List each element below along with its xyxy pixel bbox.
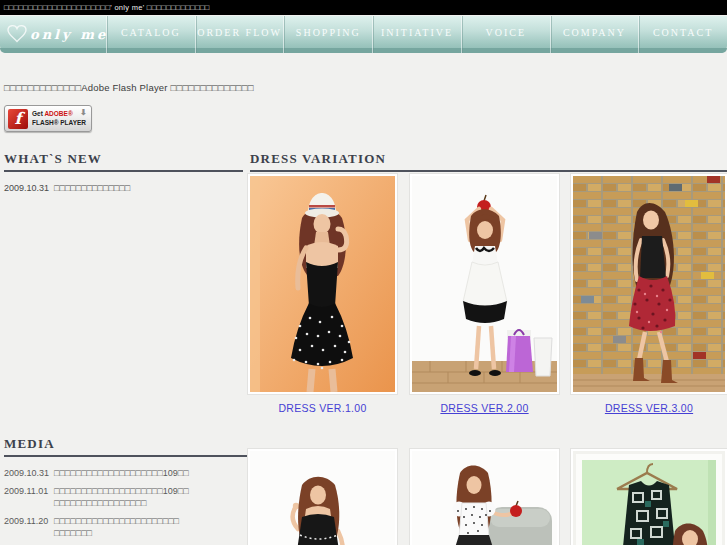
dress-photo-bottom-3[interactable]	[571, 449, 727, 545]
topbar-announcement: □□□□□□□□□□□□□□□□□□□□□□' only me' □□□□□□□…	[0, 0, 727, 15]
flash-required-message: □□□□□□□□□□□□□Adobe Flash Player □□□□□□□□…	[4, 82, 254, 93]
flash-button-line2: FLASH® PLAYER	[32, 119, 86, 128]
media-entry: 2009.11.01 □□□□□□□□□□□□□□□□□□□□109□□ □□□…	[4, 485, 247, 510]
media-text-line: □□□□□□□□□□□□□□□□□	[54, 497, 247, 510]
dress-ver1-image	[250, 176, 395, 392]
logo-only-me[interactable]: only me	[0, 16, 106, 53]
dress-photo-bottom-2[interactable]	[410, 449, 559, 545]
media-text: □□□□□□□□□□□□□□□□□□□□□□□ □□□□□□□	[54, 515, 247, 540]
nav-item-order-flow[interactable]: ORDER FLOW	[195, 16, 284, 53]
media-text-line: □□□□□□□	[54, 527, 247, 540]
media-date: 2009.11.20	[4, 515, 54, 540]
flash-button-brand: ADOBE®	[44, 110, 72, 117]
download-arrow-icon: ⬇	[80, 108, 87, 117]
media-entry: 2009.11.20 □□□□□□□□□□□□□□□□□□□□□□□ □□□□□…	[4, 515, 247, 540]
media-text-line: □□□□□□□□□□□□□□□□□□□□□□□	[54, 515, 247, 528]
dress-ver3-link[interactable]: DRESS VER.3.00	[571, 402, 727, 414]
flash-logo-icon: f	[8, 109, 28, 129]
dress-bottom1-image	[250, 451, 395, 545]
dress-bottom3-image	[573, 451, 725, 545]
media-date: 2009.10.31	[4, 467, 54, 480]
dress-variation-section: DRESS VARIATION	[250, 151, 727, 172]
nav-item-initiative[interactable]: INITIATIVE	[372, 16, 461, 53]
media-text-line: □□□□□□□□□□□□□□□□□□□□109□□	[54, 467, 247, 480]
dress-photo-bottom-1[interactable]	[248, 449, 397, 545]
media-date: 2009.11.01	[4, 485, 54, 510]
dress-ver2-link[interactable]: DRESS VER.2.00	[410, 402, 559, 414]
media-entry: 2009.10.31 □□□□□□□□□□□□□□□□□□□□109□□	[4, 467, 247, 480]
main-nav: only me CATALOG ORDER FLOW SHOPPING INIT…	[0, 16, 727, 53]
dress-bottom2-image	[412, 451, 557, 545]
media-section: MEDIA 2009.10.31 □□□□□□□□□□□□□□□□□□□□109…	[4, 436, 247, 545]
dress-variation-title: DRESS VARIATION	[250, 151, 727, 172]
dress-ver1-link[interactable]: DRESS VER.1.00	[248, 402, 397, 414]
nav-item-catalog[interactable]: CATALOG	[106, 16, 195, 53]
nav-item-contact[interactable]: CONTACT	[638, 16, 727, 53]
dress-ver3-image	[573, 176, 725, 392]
flash-button-label: Get ADOBE® FLASH® PLAYER	[32, 110, 86, 128]
heart-logo-icon	[7, 24, 27, 47]
media-text: □□□□□□□□□□□□□□□□□□□□109□□	[54, 467, 247, 480]
whats-new-section: WHAT`S NEW 2009.10.31 □□□□□□□□□□□□□□	[4, 151, 243, 193]
media-text-line: □□□□□□□□□□□□□□□□□□□□109□□	[54, 485, 247, 498]
whats-new-date: 2009.10.31	[4, 183, 49, 193]
nav-item-shopping[interactable]: SHOPPING	[283, 16, 372, 53]
whats-new-text: □□□□□□□□□□□□□□	[54, 183, 130, 193]
nav-item-company[interactable]: COMPANY	[550, 16, 639, 53]
flash-button-get: Get	[32, 110, 44, 117]
dress-ver1-photo[interactable]	[248, 174, 397, 394]
dress-ver2-image	[412, 176, 557, 392]
whats-new-entry: 2009.10.31 □□□□□□□□□□□□□□	[4, 183, 243, 193]
nav-item-voice[interactable]: VOICE	[461, 16, 550, 53]
whats-new-title: WHAT`S NEW	[4, 151, 243, 172]
dress-ver3-photo[interactable]	[571, 174, 727, 394]
media-title: MEDIA	[4, 436, 247, 457]
media-text: □□□□□□□□□□□□□□□□□□□□109□□ □□□□□□□□□□□□□□…	[54, 485, 247, 510]
get-flash-player-button[interactable]: f Get ADOBE® FLASH® PLAYER ⬇	[4, 105, 92, 132]
logo-text: only me	[30, 27, 108, 42]
dress-ver2-photo[interactable]	[410, 174, 559, 394]
